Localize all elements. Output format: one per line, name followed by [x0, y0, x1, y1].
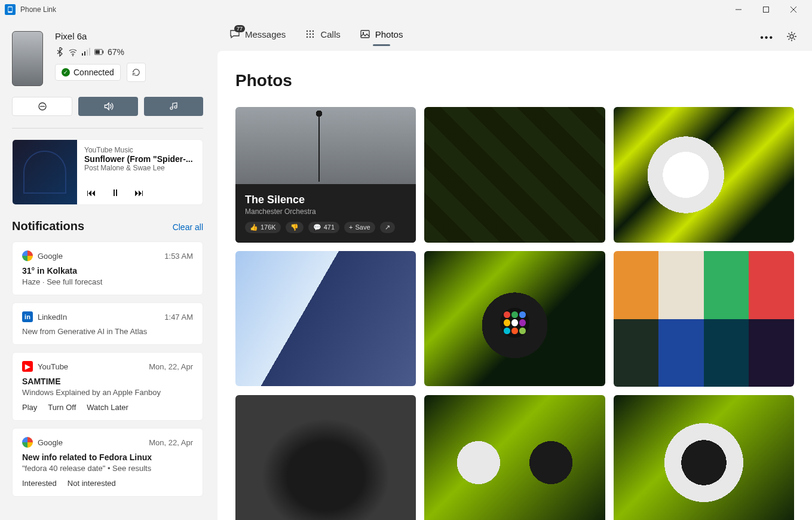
notif-time: Mon, 22, Apr: [149, 362, 193, 371]
next-track-button[interactable]: ⏭: [134, 188, 144, 198]
svg-rect-4: [82, 53, 83, 56]
media-title: Sunflower (From "Spider-...: [84, 154, 195, 164]
messages-badge: 77: [234, 25, 245, 32]
app-title: Phone Link: [20, 5, 56, 14]
share-chip: ↗: [380, 222, 395, 233]
notif-action[interactable]: Play: [22, 403, 37, 412]
linkedin-icon: in: [22, 311, 33, 322]
notif-body: Windows Explained by an Apple Fanboy: [22, 388, 193, 397]
svg-point-13: [310, 30, 311, 32]
minimize-button[interactable]: [725, 0, 752, 19]
content-area: Photos The Silence Manchester Orchestra …: [217, 51, 812, 520]
save-chip: + Save: [344, 222, 375, 233]
page-title: Photos: [235, 71, 794, 90]
close-button[interactable]: [780, 0, 807, 19]
battery-icon: [94, 47, 104, 57]
comments-chip: 💬 471: [308, 222, 339, 233]
photo-item[interactable]: [614, 107, 794, 243]
dialpad-icon: [305, 29, 315, 39]
notif-app-name: YouTube: [38, 362, 68, 371]
svg-rect-5: [84, 51, 85, 56]
notif-body: "fedora 40 release date" • See results: [22, 464, 193, 473]
photo-item[interactable]: [614, 395, 794, 521]
notif-action[interactable]: Turn Off: [48, 403, 76, 412]
gear-icon: [786, 30, 798, 42]
volume-button[interactable]: [78, 97, 137, 116]
tab-photos-label: Photos: [375, 29, 403, 39]
connection-status[interactable]: ✓ Connected: [55, 64, 121, 81]
svg-point-19: [310, 36, 311, 38]
notif-app-name: Google: [38, 252, 63, 261]
svg-point-15: [307, 33, 308, 35]
refresh-button[interactable]: [127, 63, 146, 82]
notif-heading: SAMTIME: [22, 377, 193, 386]
notif-action[interactable]: Interested: [22, 479, 57, 488]
notifications-heading: Notifications: [12, 219, 84, 233]
tab-messages[interactable]: 77 Messages: [229, 29, 286, 46]
svg-rect-9: [96, 50, 100, 54]
notification-card[interactable]: GoogleMon, 22, AprNew info related to Fe…: [12, 428, 203, 497]
bluetooth-icon: [55, 47, 65, 57]
photo-item[interactable]: [235, 251, 416, 387]
photo-item[interactable]: The Silence Manchester Orchestra 👍 176K …: [235, 107, 416, 243]
dislike-chip: 👎: [286, 222, 304, 233]
device-section: Pixel 6a 67% ✓ Connected: [12, 31, 203, 86]
svg-point-12: [307, 30, 308, 32]
photo-overlay-title: The Silence: [245, 194, 406, 206]
notif-action[interactable]: Watch Later: [87, 403, 128, 412]
device-thumbnail[interactable]: [12, 31, 43, 86]
pause-button[interactable]: ⏸: [111, 188, 120, 198]
tab-calls-label: Calls: [320, 29, 340, 39]
messages-icon: 77: [229, 29, 240, 39]
clear-all-button[interactable]: Clear all: [173, 222, 203, 232]
youtube-icon: ▶: [22, 361, 33, 372]
google-icon: [22, 437, 33, 448]
notification-card[interactable]: Google1:53 AM31° in KolkataHaze · See fu…: [12, 241, 203, 295]
svg-point-17: [312, 33, 314, 35]
previous-track-button[interactable]: ⏮: [87, 188, 96, 198]
notif-time: 1:47 AM: [164, 313, 193, 322]
wifi-icon: [68, 47, 78, 57]
media-card[interactable]: YouTube Music Sunflower (From "Spider-..…: [12, 139, 203, 205]
refresh-icon: [132, 68, 140, 77]
photo-grid: The Silence Manchester Orchestra 👍 176K …: [235, 107, 794, 520]
notif-action[interactable]: Not interested: [68, 479, 116, 488]
signal-icon: [81, 47, 91, 57]
tab-photos[interactable]: Photos: [360, 29, 403, 46]
titlebar: Phone Link: [0, 0, 812, 19]
volume-icon: [103, 101, 114, 112]
photo-item[interactable]: [614, 251, 794, 387]
app-icon: [5, 4, 16, 15]
photo-item[interactable]: [235, 395, 416, 521]
photo-item[interactable]: [424, 251, 605, 387]
tab-calls[interactable]: Calls: [305, 29, 340, 46]
notif-app-name: Google: [38, 438, 63, 447]
do-not-disturb-button[interactable]: [12, 97, 72, 116]
svg-point-14: [312, 30, 314, 32]
photo-item[interactable]: [424, 395, 605, 521]
svg-rect-1: [8, 7, 12, 11]
quick-actions: [12, 97, 203, 116]
svg-point-18: [307, 36, 308, 38]
notification-card[interactable]: ▶YouTubeMon, 22, AprSAMTIMEWindows Expla…: [12, 352, 203, 421]
device-name: Pixel 6a: [55, 31, 203, 41]
notif-body: New from Generative AI in The Atlas: [22, 327, 193, 336]
notification-card[interactable]: inLinkedIn1:47 AMNew from Generative AI …: [12, 302, 203, 345]
notif-body: Haze · See full forecast: [22, 277, 193, 286]
media-artist: Post Malone & Swae Lee: [84, 164, 195, 172]
svg-point-16: [310, 33, 311, 35]
music-icon: [168, 102, 178, 111]
photo-item[interactable]: [424, 107, 605, 243]
svg-point-23: [790, 35, 793, 38]
photo-overlay-subtitle: Manchester Orchestra: [245, 207, 406, 216]
divider: [12, 128, 203, 129]
maximize-button[interactable]: [752, 0, 780, 19]
settings-button[interactable]: [786, 30, 798, 45]
music-button[interactable]: [144, 97, 203, 116]
notif-time: 1:53 AM: [164, 252, 193, 261]
svg-rect-6: [87, 50, 88, 56]
svg-rect-10: [103, 51, 104, 54]
connection-label: Connected: [73, 68, 114, 77]
more-button[interactable]: •••: [760, 32, 774, 43]
connected-check-icon: ✓: [62, 68, 70, 77]
